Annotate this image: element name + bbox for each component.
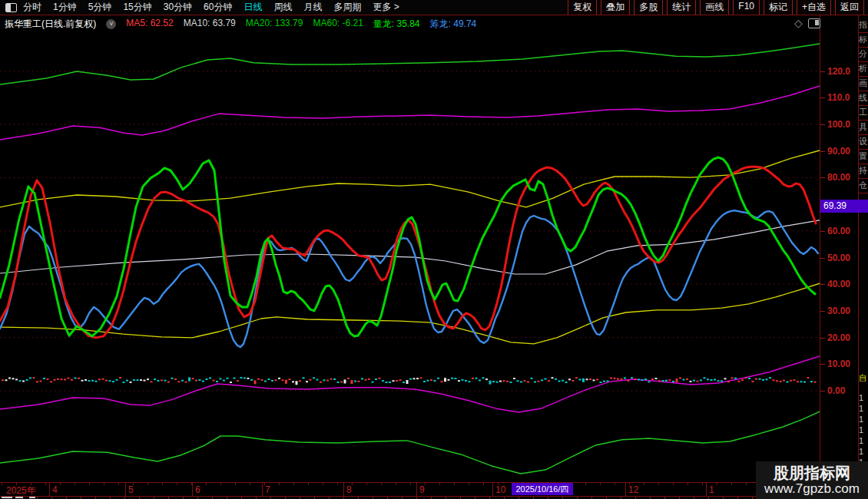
mini-candle — [485, 378, 488, 380]
sidebar-clipped-glyph[interactable]: 持 — [859, 166, 868, 176]
month-label: 9 — [419, 484, 425, 495]
sidebar-clipped-glyph[interactable]: 画 — [859, 78, 868, 88]
sidebar-clipped-glyph[interactable]: 析 — [859, 64, 868, 74]
mini-candle — [430, 379, 432, 381]
mini-candle — [88, 380, 91, 382]
sidebar-clipped-digit[interactable]: 1 — [859, 393, 868, 403]
sidebar-clipped-glyph[interactable]: 设 — [859, 137, 868, 147]
month-label: 12 — [628, 484, 638, 495]
legend-item: MA20: 133.79 — [246, 18, 303, 31]
chevron-down-icon[interactable]: ˅ — [106, 19, 116, 29]
sidebar-clipped-glyph[interactable]: 标 — [859, 35, 868, 45]
mini-candle — [558, 381, 561, 382]
mini-candle — [244, 377, 246, 378]
mini-candle — [745, 377, 747, 378]
indicator-legend: MA5: 62.52MA10: 63.79MA20: 133.79MA60: -… — [126, 18, 476, 31]
sidebar-clipped-digit[interactable]: 1 — [859, 436, 868, 446]
date-tick — [717, 483, 717, 485]
mini-candle — [607, 380, 609, 382]
mini-candle — [724, 378, 727, 379]
sidebar-clipped-digit[interactable]: 1 — [859, 404, 868, 414]
mini-candle — [700, 379, 702, 381]
mini-candle — [531, 378, 533, 379]
period-tab[interactable]: 1分钟 — [53, 1, 77, 14]
chart-svg[interactable] — [0, 15, 820, 483]
mini-candle — [565, 382, 568, 383]
mini-candle — [393, 380, 395, 382]
date-tick — [396, 483, 396, 485]
mini-candle — [506, 381, 509, 382]
date-tick — [31, 483, 31, 485]
mini-candle — [109, 380, 111, 382]
mini-candle — [527, 382, 529, 383]
period-tab[interactable]: 30分钟 — [164, 1, 192, 14]
mini-candle — [614, 378, 616, 379]
period-tab[interactable]: 周线 — [273, 1, 292, 14]
period-tab[interactable]: 更多 > — [373, 1, 399, 14]
period-tab[interactable]: 日线 — [244, 1, 262, 14]
sidebar-clipped-digit[interactable]: 1 — [859, 425, 868, 435]
sidebar-clipped-digit[interactable]: 1 — [859, 415, 868, 425]
toolbar-action-button[interactable]: 多股 — [634, 0, 663, 15]
mini-candle — [644, 378, 647, 380]
mini-candle — [264, 381, 267, 382]
mini-candle — [292, 381, 294, 382]
mini-candle — [303, 377, 305, 378]
toolbar-action-button[interactable]: 叠加 — [601, 0, 630, 15]
price-tick — [820, 284, 825, 285]
toolbar-action-button[interactable]: 画线 — [700, 0, 729, 15]
period-tab[interactable]: 分时 — [23, 1, 41, 14]
period-tab[interactable]: 多周期 — [333, 1, 361, 14]
window-split-icon[interactable] — [5, 3, 17, 12]
sidebar-clipped-glyph[interactable]: 线 — [859, 93, 868, 103]
mini-candle — [465, 380, 467, 382]
mini-candle — [36, 381, 38, 382]
mini-candle — [240, 377, 243, 378]
mini-candle — [167, 382, 170, 383]
mini-candle — [161, 379, 163, 381]
price-label: 50.00 — [827, 253, 858, 263]
mini-candle — [510, 382, 512, 383]
toolbar-action-button[interactable]: 返回 — [835, 0, 864, 15]
month-label: 6 — [195, 484, 200, 495]
mini-candle — [448, 379, 450, 381]
price-tick — [820, 311, 825, 312]
toolbar-action-button[interactable]: +自选 — [797, 0, 831, 15]
mini-candle — [171, 378, 174, 379]
date-tick — [585, 483, 586, 485]
mini-candle — [78, 378, 80, 379]
sidebar-clipped-glyph[interactable]: 置 — [859, 151, 868, 161]
mini-candle — [437, 378, 439, 379]
mini-candle — [40, 381, 42, 382]
period-tab[interactable]: 60分钟 — [204, 1, 232, 14]
period-tab[interactable]: 5分钟 — [88, 1, 112, 14]
sidebar-clipped-glyph[interactable]: 指 — [859, 20, 868, 30]
right-sidebar-strip[interactable]: 指标分析画线工具设置持仓自11111111 — [859, 15, 868, 499]
mini-candle — [734, 378, 737, 379]
series-osc-green — [0, 157, 815, 336]
split-view-icon[interactable] — [808, 18, 820, 28]
sidebar-clipped-glyph[interactable]: 工 — [859, 107, 868, 117]
mini-candle — [413, 378, 416, 379]
mini-candle — [628, 380, 630, 382]
toolbar-action-button[interactable]: 统计 — [667, 0, 696, 15]
sidebar-clipped-glyph[interactable]: 分 — [859, 49, 868, 59]
period-tab[interactable]: 月线 — [303, 1, 322, 14]
sidebar-clipped-glyph-yellow[interactable]: 自 — [859, 373, 868, 383]
date-tick — [439, 483, 440, 485]
toolbar-action-button[interactable]: 标记 — [764, 0, 793, 15]
sidebar-clipped-digit[interactable]: 1 — [859, 447, 868, 457]
mini-candle — [98, 378, 101, 380]
mini-candle — [123, 382, 125, 383]
sidebar-clipped-glyph[interactable]: 具 — [859, 122, 868, 132]
sidebar-clipped-glyph[interactable]: 仓 — [859, 180, 868, 190]
date-tick — [469, 483, 469, 485]
mini-candle — [409, 378, 412, 380]
price-tick — [820, 391, 825, 392]
toolbar-action-button[interactable]: F10 — [733, 0, 760, 15]
mini-candle — [33, 377, 35, 378]
toolbar-action-button[interactable]: 复权 — [568, 0, 597, 15]
mini-candle — [102, 378, 104, 380]
diamond-icon[interactable]: ◇ — [794, 18, 803, 28]
period-tab[interactable]: 15分钟 — [123, 1, 151, 14]
